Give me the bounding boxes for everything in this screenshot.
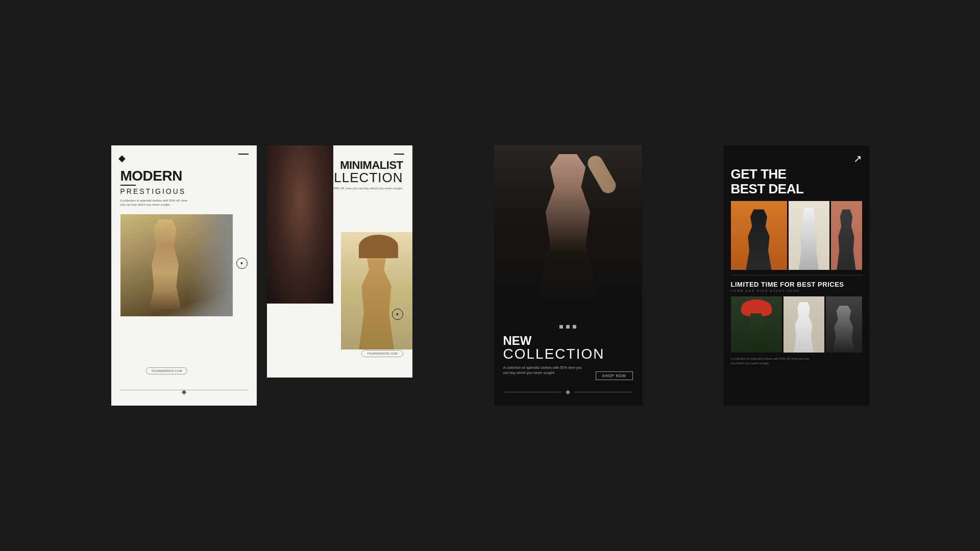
card-new-collection: NEW COLLECTION A collection of splendid …: [494, 145, 642, 406]
card4-image-d: [731, 296, 782, 353]
card1-underline: [120, 185, 136, 186]
corner-dash-2: [394, 154, 404, 155]
main-container: ◆ MODERN PRESTIGIOUS A collection of spl…: [0, 0, 980, 551]
card4-image-f: [826, 296, 862, 353]
card4-image-e: [783, 296, 824, 353]
card4-top-images: [731, 201, 862, 270]
card-best-deal: ↗ GET THE BEST DEAL LIMI: [724, 145, 869, 406]
card4-image-a: [731, 201, 787, 270]
card3-dots: [494, 325, 642, 329]
card3-shop-button[interactable]: SHOP NOW: [596, 371, 633, 380]
arrow-icon: ↗: [853, 153, 862, 165]
dot-2: [566, 325, 570, 329]
card1-main-image: [120, 214, 233, 316]
line-left: [503, 392, 562, 392]
card4-section2-sub: COME AND PICK EVERYTHING: [731, 289, 862, 292]
card3-collection-label: COLLECTION: [503, 346, 633, 362]
card4-image-b: [789, 201, 829, 270]
card1-subtitle: A collection of splendid clothes with 50…: [120, 198, 192, 207]
card3-main-photo: [494, 145, 642, 319]
card4-title-line2: BEST DEAL: [731, 181, 804, 196]
card1-title-bold: MODERN: [120, 169, 248, 183]
bottom-diamond-icon: ◆: [566, 388, 570, 395]
line-right: [574, 392, 633, 392]
dot-3: [573, 325, 576, 329]
corner-dash: [238, 154, 249, 155]
card4-bottom-text: A collection of splendid clothes with 50…: [731, 357, 813, 365]
card3-description: A collection of splendid clothes with 50…: [503, 365, 585, 375]
card1-title-light: PRESTIGIOUS: [120, 187, 248, 195]
card2-scroll-btn[interactable]: ▼: [392, 309, 403, 320]
card4-divider: [731, 275, 862, 276]
dot-1: [559, 325, 563, 329]
card4-bottom-images: [731, 296, 862, 353]
card4-title: GET THE BEST DEAL: [731, 167, 862, 196]
card4-image-c: [831, 201, 862, 270]
card2-left-image: [267, 145, 333, 304]
card1-bottom-diamond: ◆: [182, 388, 186, 395]
corner-diamond-icon: ◆: [118, 153, 126, 164]
card-minimalist: ◆ MINIMALIST COLLECTION A collection of …: [267, 145, 412, 406]
card2-website: YOURWEBSITE.COM: [361, 350, 403, 357]
card3-bottom-line: ◆: [503, 388, 633, 395]
card2-right-image: [341, 232, 412, 349]
card4-title-line1: GET THE: [731, 166, 787, 182]
card2-bottom-bar: [267, 378, 412, 406]
card-modern-prestigious: ◆ MODERN PRESTIGIOUS A collection of spl…: [111, 145, 257, 406]
card3-text-section: NEW COLLECTION A collection of splendid …: [494, 329, 642, 375]
card1-website: YOURWEBSITE.COM: [146, 367, 188, 374]
card4-section2-title: LIMITED TIME FOR BEST PRICES: [731, 281, 862, 288]
card1-scroll-btn[interactable]: ▼: [236, 258, 248, 269]
